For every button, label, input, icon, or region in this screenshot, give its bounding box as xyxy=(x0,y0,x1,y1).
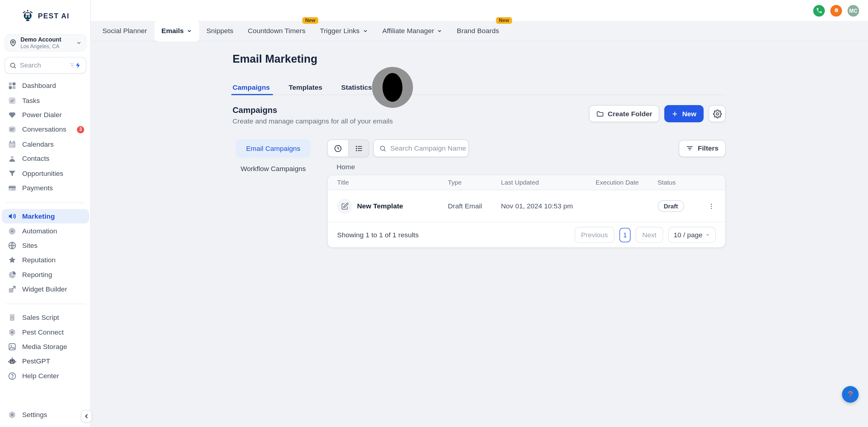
tab-templates[interactable]: Templates xyxy=(289,84,322,90)
status-badge: Draft xyxy=(658,200,684,212)
schedule-view-button[interactable] xyxy=(328,140,348,157)
sidebar-search-input[interactable] xyxy=(20,61,66,69)
previous-page-button[interactable]: Previous xyxy=(575,227,615,243)
tab-campaigns[interactable]: Campaigns xyxy=(232,84,270,90)
quick-actions-bolt-icon[interactable] xyxy=(70,62,82,69)
subnav-workflow-campaigns[interactable]: Workflow Campaigns xyxy=(236,159,310,178)
help-button[interactable]: ? xyxy=(842,386,859,403)
list-view-button[interactable] xyxy=(348,140,369,157)
next-page-button[interactable]: Next xyxy=(636,227,663,243)
sidebar-menu-marketing: Marketing Automation Sites Reputation xyxy=(0,209,91,297)
new-label: New xyxy=(682,110,696,118)
sidebar-menu-primary: Dashboard Tasks Power Dialer Conversatio… xyxy=(0,78,91,195)
campaign-title: New Template xyxy=(357,202,403,210)
robot-logo-icon xyxy=(22,9,35,22)
sidebar-item-dashboard[interactable]: Dashboard xyxy=(0,78,91,93)
sidebar-item-widget-builder[interactable]: Widget Builder xyxy=(0,282,91,297)
col-type: Type xyxy=(448,179,501,186)
main-content: Email Marketing Campaigns Templates Stat… xyxy=(91,41,868,427)
new-campaign-button[interactable]: New xyxy=(664,105,704,122)
sidebar-item-marketing[interactable]: Marketing xyxy=(2,209,89,224)
account-selector[interactable]: Demo Account Los Angeles, CA xyxy=(4,34,87,52)
page-size-value: 10 / page xyxy=(674,231,703,239)
user-avatar[interactable]: MC xyxy=(847,5,859,17)
sidebar-item-label: Opportunities xyxy=(22,169,63,177)
campaign-search[interactable] xyxy=(373,139,469,157)
breadcrumb[interactable]: Home xyxy=(327,163,726,171)
campaign-type-subnav: Email Campaigns Workflow Campaigns xyxy=(232,139,327,248)
col-title: Title xyxy=(337,179,448,186)
contact-icon xyxy=(8,155,17,163)
create-folder-label: Create Folder xyxy=(608,110,652,118)
search-icon xyxy=(9,62,17,69)
sidebar-item-power-dialer[interactable]: Power Dialer xyxy=(0,108,91,122)
calendar-icon xyxy=(8,140,17,149)
sidebar-item-payments[interactable]: Payments xyxy=(0,181,91,195)
edit-campaign-button[interactable] xyxy=(337,198,352,214)
sidebar-item-tasks[interactable]: Tasks xyxy=(0,93,91,107)
campaign-settings-button[interactable] xyxy=(709,105,726,122)
sidebar-item-reputation[interactable]: Reputation xyxy=(0,253,91,267)
page-size-select[interactable]: 10 / page xyxy=(668,227,716,243)
automation-icon xyxy=(8,226,17,235)
filters-button[interactable]: Filters xyxy=(679,140,726,157)
campaigns-table-card: Title Type Last Updated Execution Date S… xyxy=(327,175,726,248)
nav-label: Emails xyxy=(161,27,184,35)
pestgpt-robot-icon xyxy=(8,357,17,366)
row-actions-menu-button[interactable] xyxy=(705,200,717,212)
sidebar-item-label: Marketing xyxy=(22,212,55,221)
campaign-search-input[interactable] xyxy=(390,144,479,152)
table-footer: Showing 1 to 1 of 1 results Previous 1 N… xyxy=(328,222,725,247)
sidebar-item-pest-connect[interactable]: Pest Connect xyxy=(0,325,91,339)
campaigns-section-header: Campaigns Create and manage campaigns fo… xyxy=(232,105,726,125)
conversations-icon xyxy=(8,125,17,134)
nav-social-planner[interactable]: Social Planner xyxy=(95,21,154,41)
nav-emails[interactable]: Emails xyxy=(154,21,199,41)
sidebar-item-pestgpt[interactable]: PestGPT xyxy=(0,354,91,369)
nav-affiliate-manager[interactable]: Affiliate Manager xyxy=(375,21,450,41)
sidebar-item-automation[interactable]: Automation xyxy=(0,224,91,238)
marketing-icon xyxy=(8,212,17,221)
sidebar-item-calendars[interactable]: Calendars xyxy=(0,137,91,152)
notifications-button[interactable] xyxy=(830,5,842,17)
section-title: Campaigns xyxy=(232,105,393,114)
page-number-button[interactable]: 1 xyxy=(620,228,631,242)
sidebar-item-sales-script[interactable]: Sales Script xyxy=(0,310,91,325)
kebab-menu-icon xyxy=(707,202,715,210)
phone-button[interactable] xyxy=(813,5,825,17)
chevron-down-icon xyxy=(705,232,710,237)
sidebar-item-conversations[interactable]: Conversations 3 xyxy=(0,122,91,137)
account-name: Demo Account xyxy=(21,36,61,43)
sidebar-item-label: Widget Builder xyxy=(22,286,67,293)
settings-icon xyxy=(8,410,17,419)
sidebar-item-reporting[interactable]: Reporting xyxy=(0,267,91,282)
opportunities-icon xyxy=(8,169,17,178)
sidebar-item-opportunities[interactable]: Opportunities xyxy=(0,166,91,181)
nav-label: Brand Boards xyxy=(457,27,499,35)
sidebar-item-contacts[interactable]: Contacts xyxy=(0,152,91,166)
sidebar-item-help-center[interactable]: Help Center xyxy=(0,369,91,383)
nav-countdown-timers[interactable]: Countdown Timers New xyxy=(241,21,313,41)
email-marketing-tabs: Campaigns Templates Statistics xyxy=(232,84,726,95)
sidebar-search[interactable] xyxy=(4,57,87,73)
chevron-down-icon xyxy=(437,28,442,34)
table-row[interactable]: New Template Draft Email Nov 01, 2024 10… xyxy=(328,190,725,223)
sidebar-menu-tools: Sales Script Pest Connect Media Storage … xyxy=(0,310,91,383)
campaign-last-updated: Nov 01, 2024 10:53 pm xyxy=(501,202,595,210)
create-folder-button[interactable]: Create Folder xyxy=(589,105,659,122)
nav-brand-boards[interactable]: Brand Boards New xyxy=(450,21,506,41)
sidebar-item-sites[interactable]: Sites xyxy=(0,238,91,253)
nav-trigger-links[interactable]: Trigger Links xyxy=(313,21,375,41)
sidebar-item-settings[interactable]: Settings xyxy=(0,408,91,422)
subnav-email-campaigns[interactable]: Email Campaigns xyxy=(236,139,310,158)
location-pin-icon xyxy=(9,39,17,47)
nav-snippets[interactable]: Snippets xyxy=(199,21,241,41)
view-toggle xyxy=(327,139,370,157)
sidebar-item-label: Sites xyxy=(22,242,37,250)
sidebar-item-label: PestGPT xyxy=(22,357,50,365)
section-subtitle: Create and manage campaigns for all of y… xyxy=(232,117,393,125)
tab-statistics[interactable]: Statistics xyxy=(341,84,372,90)
sidebar-item-media-storage[interactable]: Media Storage xyxy=(0,339,91,354)
marketing-subnav: Social Planner Emails Snippets Countdown… xyxy=(91,21,868,41)
sidebar-collapse-button[interactable] xyxy=(81,410,92,423)
